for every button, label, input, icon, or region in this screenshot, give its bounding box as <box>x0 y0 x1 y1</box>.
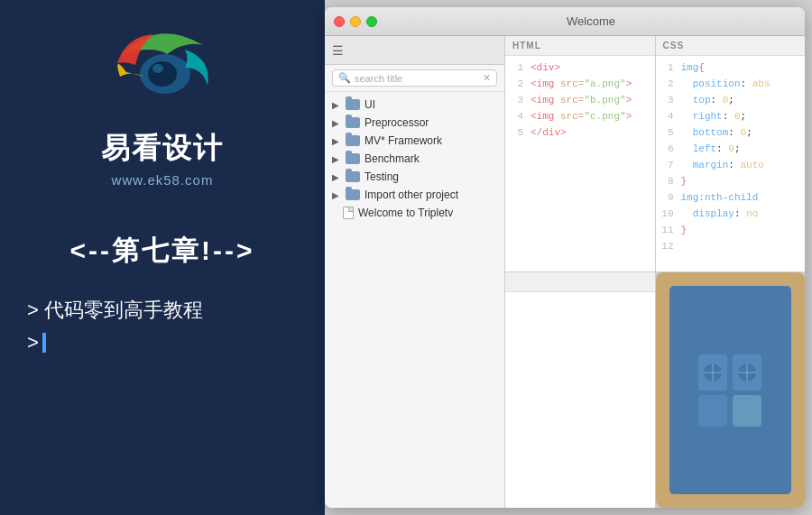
search-bar-container: 🔍 search title ✕ <box>325 65 504 92</box>
tree-item-label: Welcome to Tripletv <box>358 207 453 219</box>
tree-arrow-icon: ▶ <box>332 136 343 146</box>
traffic-lights <box>334 16 377 27</box>
css-code-content: img{ position: abs top: 0; right: 0; bot… <box>678 60 806 268</box>
close-button[interactable] <box>334 16 345 27</box>
subtitle-line-1: > 代码零到高手教程 <box>27 297 298 324</box>
logo-area: 易看设计 www.ek58.com <box>101 27 224 188</box>
bottom-left-pane <box>505 272 655 508</box>
search-placeholder: search title <box>355 73 402 84</box>
svg-point-2 <box>152 64 163 73</box>
tree-item-label: Testing <box>364 170 399 183</box>
tree-arrow-icon: ▶ <box>332 100 343 110</box>
css-line-numbers: 123456789101112 <box>656 60 678 268</box>
html-pane-header: HTML <box>505 36 655 56</box>
tree-arrow-icon: ▶ <box>332 118 343 128</box>
tree-item-benchmark[interactable]: ▶ Benchmark <box>325 150 504 168</box>
ide-window: Welcome ☰ 🔍 search title ✕ <box>325 7 805 508</box>
hamburger-icon[interactable]: ☰ <box>332 43 344 58</box>
brand-url: www.ek58.com <box>112 172 214 188</box>
brand-name: 易看设计 <box>101 129 224 169</box>
bottom-left-header <box>505 272 655 292</box>
tree-arrow-icon: ▶ <box>332 190 343 200</box>
svg-point-1 <box>148 61 177 87</box>
brand-logo <box>104 27 221 122</box>
html-code-content: <div> <img src="a.png"> <img src="b.png"… <box>527 60 655 268</box>
folder-icon <box>346 171 360 182</box>
tree-item-preprocessor[interactable]: ▶ Preprocessor <box>325 114 504 132</box>
line-numbers: 12345 <box>505 60 527 268</box>
chapter-label: <--第七章!--> <box>70 233 255 270</box>
css-pane-header: CSS <box>656 36 806 56</box>
folder-icon <box>346 135 360 146</box>
tree-item-label: UI <box>364 98 375 111</box>
css-pane: CSS 123456789101112 img{ position: abs t… <box>656 36 806 271</box>
html-code-area[interactable]: 12345 <div> <img src="a.png"> <img src="… <box>505 56 655 271</box>
tree-arrow-icon: ▶ <box>332 154 343 164</box>
css-code-area[interactable]: 123456789101112 img{ position: abs top: … <box>656 56 806 271</box>
bottom-right-pane <box>656 272 806 508</box>
window-title: Welcome <box>386 14 796 28</box>
maximize-button[interactable] <box>366 16 377 27</box>
ide-main: HTML 12345 <div> <img src="a.png"> <img … <box>505 36 805 508</box>
bottom-left-code-area <box>505 292 655 508</box>
ide-body: ☰ 🔍 search title ✕ ▶ UI <box>325 36 805 508</box>
tree-item-import[interactable]: ▶ Import other project <box>325 186 504 204</box>
globe-icon <box>694 350 766 431</box>
file-icon <box>343 207 354 219</box>
ide-sidebar: ☰ 🔍 search title ✕ ▶ UI <box>325 36 505 508</box>
tree-item-ui[interactable]: ▶ UI <box>325 96 504 114</box>
right-panel: Welcome ☰ 🔍 search title ✕ <box>325 0 812 515</box>
tree-item-mv[interactable]: ▶ MV* Framework <box>325 132 504 150</box>
search-clear-button[interactable]: ✕ <box>483 72 491 84</box>
tree-arrow-icon: ▶ <box>332 172 343 182</box>
tree-item-label: MV* Framework <box>364 134 442 147</box>
subtitle-line-2: > <box>27 331 298 354</box>
folder-icon <box>346 99 360 110</box>
folder-icon <box>346 117 360 128</box>
svg-rect-11 <box>698 395 727 427</box>
minimize-button[interactable] <box>350 16 361 27</box>
html-pane: HTML 12345 <div> <img src="a.png"> <img … <box>505 36 655 271</box>
cursor-blink <box>42 333 46 353</box>
search-icon: 🔍 <box>338 72 351 84</box>
tree-item-testing[interactable]: ▶ Testing <box>325 168 504 186</box>
sidebar-toolbar: ☰ <box>325 36 504 65</box>
tree-item-label: Benchmark <box>364 152 420 165</box>
folder-icon <box>346 153 360 164</box>
card-inner-visual <box>669 286 792 494</box>
folder-icon <box>346 189 360 200</box>
tree-item-label: Import other project <box>364 189 458 201</box>
search-input-inner[interactable]: 🔍 search title ✕ <box>332 69 497 87</box>
tree-item-label: Preprocessor <box>364 116 429 129</box>
left-panel: 易看设计 www.ek58.com <--第七章!--> > 代码零到高手教程 … <box>0 0 325 515</box>
editor-panes: HTML 12345 <div> <img src="a.png"> <img … <box>505 36 805 508</box>
tree-item-welcome[interactable]: Welcome to Tripletv <box>325 204 504 222</box>
svg-rect-12 <box>733 395 761 427</box>
file-tree: ▶ UI ▶ Preprocessor ▶ MV* Framework <box>325 92 504 508</box>
title-bar: Welcome <box>325 7 805 36</box>
subtitle-area: > 代码零到高手教程 > <box>27 297 298 362</box>
